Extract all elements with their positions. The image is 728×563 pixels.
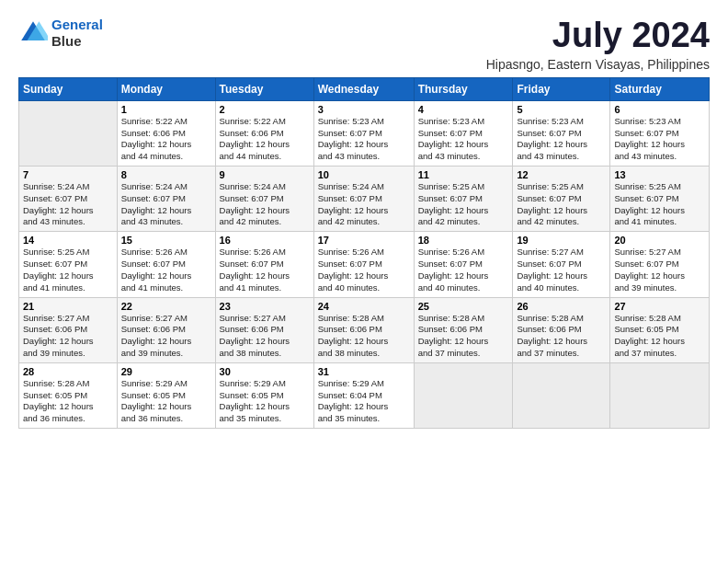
logo-icon [18,18,48,48]
day-number: 10 [318,169,410,180]
day-number: 24 [318,301,410,312]
calendar-day-header: Tuesday [215,77,313,100]
calendar-cell: 10Sunrise: 5:24 AM Sunset: 6:07 PM Dayli… [313,167,414,232]
day-info: Sunrise: 5:24 AM Sunset: 6:07 PM Dayligh… [121,181,211,228]
day-number: 21 [23,301,113,312]
calendar-cell: 13Sunrise: 5:25 AM Sunset: 6:07 PM Dayli… [610,167,710,232]
calendar-cell: 2Sunrise: 5:22 AM Sunset: 6:06 PM Daylig… [215,100,313,166]
calendar-cell: 24Sunrise: 5:28 AM Sunset: 6:06 PM Dayli… [313,297,414,362]
location: Hipasngo, Eastern Visayas, Philippines [486,57,710,72]
calendar-day-header: Saturday [610,77,710,100]
calendar-cell: 28Sunrise: 5:28 AM Sunset: 6:05 PM Dayli… [19,362,118,428]
day-number: 13 [614,169,705,180]
calendar-week-row: 21Sunrise: 5:27 AM Sunset: 6:06 PM Dayli… [19,297,710,362]
day-info: Sunrise: 5:25 AM Sunset: 6:07 PM Dayligh… [418,181,509,228]
calendar-cell: 25Sunrise: 5:28 AM Sunset: 6:06 PM Dayli… [414,297,513,362]
day-info: Sunrise: 5:27 AM Sunset: 6:06 PM Dayligh… [220,313,310,360]
calendar-cell: 18Sunrise: 5:26 AM Sunset: 6:07 PM Dayli… [414,232,513,297]
calendar-cell: 16Sunrise: 5:26 AM Sunset: 6:07 PM Dayli… [215,232,313,297]
day-number: 14 [23,235,113,246]
calendar-cell: 5Sunrise: 5:23 AM Sunset: 6:07 PM Daylig… [513,100,610,166]
calendar-cell [19,100,118,166]
day-info: Sunrise: 5:27 AM Sunset: 6:07 PM Dayligh… [614,247,705,293]
day-info: Sunrise: 5:26 AM Sunset: 6:07 PM Dayligh… [318,247,410,293]
day-info: Sunrise: 5:22 AM Sunset: 6:06 PM Dayligh… [121,116,211,163]
logo-line1: General [51,17,103,32]
calendar-day-header: Friday [513,77,610,100]
calendar-cell: 11Sunrise: 5:25 AM Sunset: 6:07 PM Dayli… [414,167,513,232]
calendar-cell [610,362,710,428]
calendar-cell: 23Sunrise: 5:27 AM Sunset: 6:06 PM Dayli… [215,297,313,362]
calendar-day-header: Wednesday [313,77,414,100]
calendar-cell: 15Sunrise: 5:26 AM Sunset: 6:07 PM Dayli… [117,232,215,297]
logo: General Blue [18,17,103,50]
day-number: 12 [517,169,606,180]
day-info: Sunrise: 5:26 AM Sunset: 6:07 PM Dayligh… [121,247,211,293]
day-number: 2 [220,104,310,115]
day-info: Sunrise: 5:23 AM Sunset: 6:07 PM Dayligh… [517,116,606,163]
day-info: Sunrise: 5:26 AM Sunset: 6:07 PM Dayligh… [220,247,310,293]
header: General Blue July 2024 Hipasngo, Eastern… [18,17,710,72]
day-number: 31 [318,366,410,377]
day-number: 22 [121,301,211,312]
calendar-cell: 20Sunrise: 5:27 AM Sunset: 6:07 PM Dayli… [610,232,710,297]
calendar-cell: 14Sunrise: 5:25 AM Sunset: 6:07 PM Dayli… [19,232,118,297]
day-info: Sunrise: 5:22 AM Sunset: 6:06 PM Dayligh… [220,116,310,163]
calendar-cell: 22Sunrise: 5:27 AM Sunset: 6:06 PM Dayli… [117,297,215,362]
day-info: Sunrise: 5:28 AM Sunset: 6:05 PM Dayligh… [23,378,113,425]
day-info: Sunrise: 5:29 AM Sunset: 6:05 PM Dayligh… [121,378,211,425]
calendar-cell: 27Sunrise: 5:28 AM Sunset: 6:05 PM Dayli… [610,297,710,362]
calendar-cell: 29Sunrise: 5:29 AM Sunset: 6:05 PM Dayli… [117,362,215,428]
day-number: 26 [517,301,606,312]
calendar-cell: 6Sunrise: 5:23 AM Sunset: 6:07 PM Daylig… [610,100,710,166]
day-info: Sunrise: 5:27 AM Sunset: 6:06 PM Dayligh… [121,313,211,360]
calendar-cell: 26Sunrise: 5:28 AM Sunset: 6:06 PM Dayli… [513,297,610,362]
day-number: 3 [318,104,410,115]
calendar-cell: 30Sunrise: 5:29 AM Sunset: 6:05 PM Dayli… [215,362,313,428]
day-info: Sunrise: 5:28 AM Sunset: 6:06 PM Dayligh… [418,313,509,360]
day-number: 27 [614,301,705,312]
day-number: 18 [418,235,509,246]
calendar-cell: 19Sunrise: 5:27 AM Sunset: 6:07 PM Dayli… [513,232,610,297]
calendar-week-row: 28Sunrise: 5:28 AM Sunset: 6:05 PM Dayli… [19,362,710,428]
day-number: 15 [121,235,211,246]
day-number: 11 [418,169,509,180]
day-number: 28 [23,366,113,377]
day-info: Sunrise: 5:25 AM Sunset: 6:07 PM Dayligh… [517,181,606,228]
title-block: July 2024 Hipasngo, Eastern Visayas, Phi… [486,17,710,72]
day-number: 6 [614,104,705,115]
day-info: Sunrise: 5:27 AM Sunset: 6:07 PM Dayligh… [517,247,606,293]
calendar-cell: 1Sunrise: 5:22 AM Sunset: 6:06 PM Daylig… [117,100,215,166]
day-info: Sunrise: 5:24 AM Sunset: 6:07 PM Dayligh… [220,181,310,228]
day-info: Sunrise: 5:23 AM Sunset: 6:07 PM Dayligh… [318,116,410,163]
day-number: 9 [220,169,310,180]
logo-line2: Blue [51,33,103,50]
day-info: Sunrise: 5:28 AM Sunset: 6:06 PM Dayligh… [517,313,606,360]
day-number: 29 [121,366,211,377]
day-number: 17 [318,235,410,246]
day-info: Sunrise: 5:27 AM Sunset: 6:06 PM Dayligh… [23,313,113,360]
day-number: 19 [517,235,606,246]
day-number: 5 [517,104,606,115]
day-number: 4 [418,104,509,115]
day-info: Sunrise: 5:26 AM Sunset: 6:07 PM Dayligh… [418,247,509,293]
calendar-cell: 12Sunrise: 5:25 AM Sunset: 6:07 PM Dayli… [513,167,610,232]
day-info: Sunrise: 5:29 AM Sunset: 6:05 PM Dayligh… [220,378,310,425]
day-info: Sunrise: 5:23 AM Sunset: 6:07 PM Dayligh… [418,116,509,163]
day-info: Sunrise: 5:25 AM Sunset: 6:07 PM Dayligh… [23,247,113,293]
day-info: Sunrise: 5:24 AM Sunset: 6:07 PM Dayligh… [318,181,410,228]
day-number: 8 [121,169,211,180]
calendar-cell [513,362,610,428]
day-info: Sunrise: 5:29 AM Sunset: 6:04 PM Dayligh… [318,378,410,425]
calendar-day-header: Sunday [19,77,118,100]
calendar-cell: 7Sunrise: 5:24 AM Sunset: 6:07 PM Daylig… [19,167,118,232]
calendar-day-header: Thursday [414,77,513,100]
day-number: 25 [418,301,509,312]
day-info: Sunrise: 5:28 AM Sunset: 6:06 PM Dayligh… [318,313,410,360]
day-number: 23 [220,301,310,312]
day-info: Sunrise: 5:25 AM Sunset: 6:07 PM Dayligh… [614,181,705,228]
calendar-week-row: 1Sunrise: 5:22 AM Sunset: 6:06 PM Daylig… [19,100,710,166]
month-title: July 2024 [486,17,710,55]
day-number: 20 [614,235,705,246]
logo-text: General Blue [51,17,103,50]
